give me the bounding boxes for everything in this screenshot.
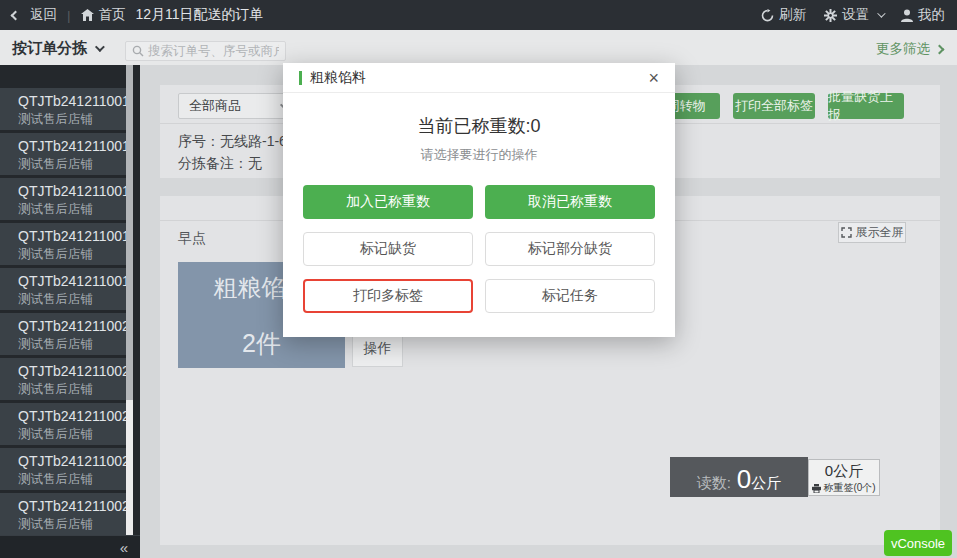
- modal-button-grid: 加入已称重数 取消已称重数 标记缺货 标记部分缺货 打印多标签 标记任务: [303, 185, 655, 313]
- order-shop: 测试售后店铺: [18, 291, 126, 308]
- batch-stockout-label: 批量缺货上报: [828, 88, 904, 124]
- home-icon: [81, 9, 94, 21]
- serial-label: 序号：: [178, 133, 220, 149]
- fullscreen-label: 展示全屏: [856, 224, 904, 241]
- serial-value: 无线路-1-6: [220, 133, 287, 149]
- print-multi-label-button[interactable]: 打印多标签: [303, 279, 473, 313]
- order-shop: 测试售后店铺: [18, 246, 126, 263]
- product-filter-select[interactable]: 全部商品: [178, 93, 298, 119]
- note-row: 分拣备注：无: [178, 155, 262, 173]
- weigh-label-box[interactable]: 0公斤 称重签(0个): [808, 459, 880, 496]
- print-all-labels-label: 打印全部标签: [735, 97, 813, 115]
- collapse-sidebar-icon[interactable]: «: [120, 540, 128, 555]
- top-bar: 返回 | 首页 12月11日配送的订单 刷新: [0, 0, 957, 30]
- product-filter-value: 全部商品: [189, 97, 241, 115]
- order-shop: 测试售后店铺: [18, 516, 126, 533]
- order-id: QTJTb241211001: [18, 228, 126, 244]
- settings-label: 设置: [842, 6, 869, 24]
- scale-reading-box: 读数: 0 公斤: [670, 457, 808, 497]
- order-list-item[interactable]: QTJTb241211001 测试售后店铺: [0, 133, 126, 175]
- settings-button[interactable]: 设置: [824, 6, 883, 24]
- current-weigh-label: 当前已称重数:: [417, 116, 530, 136]
- product-action-modal: 粗粮馅料 × 当前已称重数:0 请选择要进行的操作 加入已称重数 取消已称重数 …: [283, 63, 675, 337]
- print-all-labels-button[interactable]: 打印全部标签: [733, 93, 815, 119]
- order-list-item[interactable]: QTJTb241211001 测试售后店铺: [0, 268, 126, 310]
- mark-stockout-button[interactable]: 标记缺货: [303, 232, 473, 266]
- order-list-item[interactable]: QTJTb241211002 测试售后店铺: [0, 358, 126, 400]
- order-id: QTJTb241211002: [18, 408, 126, 424]
- me-label: 我的: [918, 6, 945, 24]
- expand-icon: [841, 227, 852, 238]
- current-weigh-count: 当前已称重数:0: [283, 114, 675, 138]
- order-list-item[interactable]: QTJTb241211001 测试售后店铺: [0, 88, 126, 130]
- current-weigh-value: 0: [531, 116, 541, 136]
- refresh-icon: [761, 9, 774, 22]
- sort-chevron-icon: [95, 42, 105, 52]
- order-id: QTJTb241211002: [18, 363, 126, 379]
- vconsole-button[interactable]: vConsole: [884, 530, 952, 556]
- order-shop: 测试售后店铺: [18, 426, 126, 443]
- order-list-item[interactable]: QTJTb241211002 测试售后店铺: [0, 313, 126, 355]
- modal-title: 粗粮馅料: [310, 69, 366, 87]
- topbar-divider: |: [67, 8, 71, 23]
- search-box[interactable]: [125, 41, 286, 61]
- home-button[interactable]: 首页: [81, 6, 126, 24]
- order-id: QTJTb241211002: [18, 453, 126, 469]
- order-shop: 测试售后店铺: [18, 111, 126, 128]
- home-label: 首页: [99, 6, 126, 24]
- order-id: QTJTb241211001: [18, 183, 126, 199]
- order-list-item[interactable]: QTJTb241211002 测试售后店铺: [0, 448, 126, 490]
- order-list-item[interactable]: QTJTb241211002 测试售后店铺: [0, 493, 126, 535]
- close-icon[interactable]: ×: [648, 69, 659, 87]
- fullscreen-button[interactable]: 展示全屏: [838, 222, 906, 243]
- action-label: 操作: [364, 340, 392, 358]
- gear-icon: [824, 9, 837, 22]
- modal-header: 粗粮馅料 ×: [283, 63, 675, 93]
- order-sidebar: QTJTb241211001 测试售后店铺 QTJTb241211001 测试售…: [0, 65, 140, 558]
- batch-stockout-button[interactable]: 批量缺货上报: [828, 93, 904, 119]
- order-id: QTJTb241211002: [18, 498, 126, 514]
- sort-mode-label: 按订单分拣: [12, 39, 87, 58]
- header-row: 按订单分拣 更多筛选: [0, 30, 957, 65]
- order-list: QTJTb241211001 测试售后店铺 QTJTb241211001 测试售…: [0, 88, 126, 538]
- search-icon: [132, 45, 144, 57]
- more-filters-label: 更多筛选: [876, 40, 930, 58]
- order-id: QTJTb241211001: [18, 138, 126, 154]
- back-button[interactable]: 返回: [12, 6, 57, 24]
- more-filters-chevron-icon: [935, 44, 945, 54]
- search-input[interactable]: [148, 44, 279, 58]
- refresh-button[interactable]: 刷新: [761, 6, 806, 24]
- order-shop: 测试售后店铺: [18, 381, 126, 398]
- weight-total: 0公斤: [809, 462, 879, 481]
- order-id: QTJTb241211001: [18, 93, 126, 109]
- sort-mode-toggle[interactable]: 按订单分拣: [12, 39, 102, 58]
- me-button[interactable]: 我的: [901, 6, 945, 24]
- order-shop: 测试售后店铺: [18, 156, 126, 173]
- order-shop: 测试售后店铺: [18, 336, 126, 353]
- order-list-item[interactable]: QTJTb241211001 测试售后店铺: [0, 223, 126, 265]
- user-icon: [901, 9, 913, 22]
- order-id: QTJTb241211001: [18, 273, 126, 289]
- back-label: 返回: [30, 6, 57, 24]
- modal-subtitle: 请选择要进行的操作: [283, 146, 675, 164]
- order-list-item[interactable]: QTJTb241211001 测试售后店铺: [0, 178, 126, 220]
- order-id: QTJTb241211002: [18, 318, 126, 334]
- note-value: 无: [248, 155, 262, 171]
- refresh-label: 刷新: [779, 6, 806, 24]
- modal-title-accent-bar: [299, 71, 302, 85]
- mark-partial-stockout-button[interactable]: 标记部分缺货: [485, 232, 655, 266]
- order-shop: 测试售后店铺: [18, 471, 126, 488]
- add-weigh-count-button[interactable]: 加入已称重数: [303, 185, 473, 219]
- order-shop: 测试售后店铺: [18, 201, 126, 218]
- scale-reading-unit: 公斤: [751, 474, 781, 493]
- note-label: 分拣备注：: [178, 155, 248, 171]
- cancel-weigh-count-button[interactable]: 取消已称重数: [485, 185, 655, 219]
- scale-reading-value: 0: [737, 464, 751, 495]
- mark-task-button[interactable]: 标记任务: [485, 279, 655, 313]
- more-filters-link[interactable]: 更多筛选: [876, 40, 943, 58]
- order-list-item[interactable]: QTJTb241211002 测试售后店铺: [0, 403, 126, 445]
- settings-chevron-icon: [877, 9, 885, 17]
- label-count: 称重签(0个): [823, 481, 875, 495]
- sidebar-scrollbar-thumb[interactable]: [126, 65, 133, 400]
- printer-icon: [812, 484, 821, 493]
